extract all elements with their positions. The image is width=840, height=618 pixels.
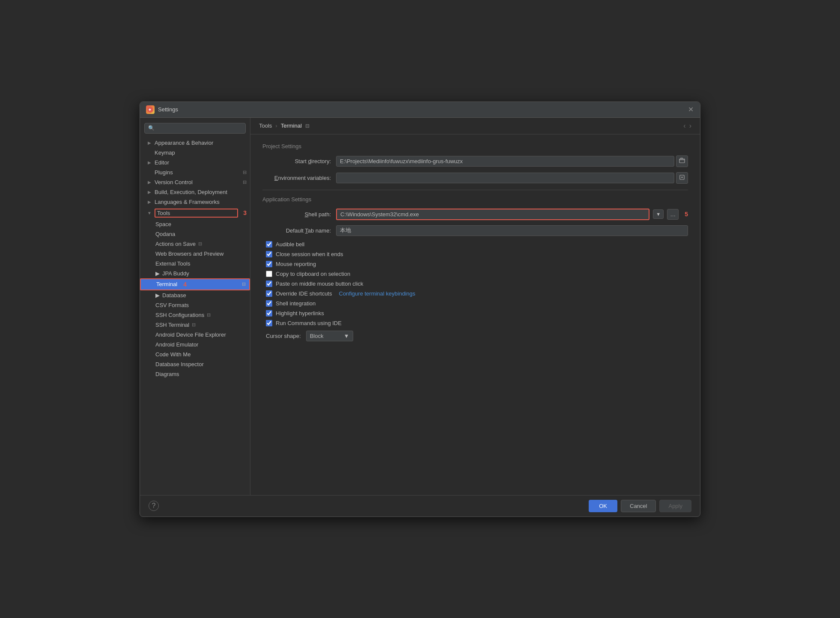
highlight-hyperlinks-checkbox[interactable] bbox=[266, 310, 272, 316]
configure-keybindings-link[interactable]: Configure terminal keybindings bbox=[339, 290, 415, 297]
search-box[interactable]: 🔍 bbox=[144, 123, 246, 134]
apply-button[interactable]: Apply bbox=[659, 500, 691, 512]
sidebar-item-label: External Tools bbox=[155, 260, 190, 267]
shell-integration-checkbox[interactable] bbox=[266, 300, 272, 307]
env-variables-label: Environment variables: bbox=[262, 175, 331, 181]
search-input[interactable] bbox=[157, 125, 242, 131]
sidebar-child-space[interactable]: Space bbox=[140, 219, 250, 229]
chevron-right-icon: ▶ bbox=[147, 140, 152, 145]
env-variables-input-group bbox=[336, 172, 688, 184]
chevron-down-icon: ▼ bbox=[147, 211, 152, 215]
sidebar-item-appearance[interactable]: ▶ Appearance & Behavior bbox=[140, 138, 250, 148]
breadcrumb-separator: › bbox=[275, 122, 277, 129]
sidebar-child-code-with-me[interactable]: Code With Me bbox=[140, 349, 250, 359]
project-settings-title: Project Settings bbox=[262, 143, 688, 149]
sidebar-child-jpa-buddy[interactable]: ▶ JPA Buddy bbox=[140, 269, 250, 278]
close-session-row: Close session when it ends bbox=[262, 251, 688, 257]
sidebar-child-qodana[interactable]: Qodana bbox=[140, 229, 250, 239]
shell-path-input[interactable] bbox=[336, 209, 649, 220]
sidebar-child-ssh-terminal[interactable]: SSH Terminal ⊟ bbox=[140, 320, 250, 330]
default-tab-name-input[interactable] bbox=[336, 225, 688, 236]
sidebar-child-csv-formats[interactable]: CSV Formats bbox=[140, 300, 250, 310]
chevron-right-icon: ▶ bbox=[155, 292, 160, 299]
close-button[interactable]: ✕ bbox=[687, 106, 694, 113]
shell-path-label: Shell path: bbox=[262, 211, 331, 218]
sidebar-item-editor[interactable]: ▶ Editor bbox=[140, 158, 250, 167]
nav-forward-button[interactable]: › bbox=[689, 122, 691, 130]
sidebar-child-database[interactable]: ▶ Database bbox=[140, 290, 250, 300]
sidebar-child-web-browsers[interactable]: Web Browsers and Preview bbox=[140, 249, 250, 259]
sidebar-child-diagrams[interactable]: Diagrams bbox=[140, 369, 250, 379]
sidebar-item-label: Build, Execution, Deployment bbox=[155, 189, 247, 195]
start-directory-label: Start directory: bbox=[262, 158, 331, 164]
breadcrumb-parent[interactable]: Tools bbox=[259, 122, 272, 129]
paste-middle-checkbox[interactable] bbox=[266, 281, 272, 287]
sidebar-child-android-device[interactable]: Android Device File Explorer bbox=[140, 330, 250, 340]
chevron-right-icon: ▶ bbox=[147, 200, 152, 204]
sidebar-child-actions-on-save[interactable]: Actions on Save ⊟ bbox=[140, 239, 250, 249]
sidebar-child-android-emulator[interactable]: Android Emulator bbox=[140, 340, 250, 349]
app-settings-title: Application Settings bbox=[262, 196, 688, 203]
override-shortcuts-checkbox[interactable] bbox=[266, 290, 272, 297]
copy-to-clipboard-checkbox[interactable] bbox=[266, 271, 272, 277]
env-variables-input[interactable] bbox=[336, 173, 674, 183]
chevron-right-icon: ▶ bbox=[155, 270, 160, 277]
sidebar-item-build[interactable]: ▶ Build, Execution, Deployment bbox=[140, 187, 250, 197]
app-icon bbox=[146, 105, 155, 114]
ok-button[interactable]: OK bbox=[589, 500, 617, 512]
sidebar-item-label: Database bbox=[162, 292, 186, 299]
nav-back-button[interactable]: ‹ bbox=[683, 122, 685, 130]
sidebar-item-label: Database Inspector bbox=[155, 361, 204, 367]
sidebar-item-label: Version Control bbox=[155, 179, 240, 185]
run-commands-checkbox[interactable] bbox=[266, 320, 272, 326]
audible-bell-checkbox[interactable] bbox=[266, 241, 272, 248]
help-button[interactable]: ? bbox=[149, 501, 159, 511]
close-session-checkbox[interactable] bbox=[266, 251, 272, 257]
sidebar-item-label: Web Browsers and Preview bbox=[155, 251, 223, 257]
shell-path-browse-button[interactable]: … bbox=[667, 209, 679, 220]
sidebar-child-database-inspector[interactable]: Database Inspector bbox=[140, 359, 250, 369]
shell-path-row: Shell path: ▼ … 5 bbox=[262, 209, 688, 220]
content-area: Project Settings Start directory: bbox=[250, 134, 700, 495]
start-directory-input[interactable] bbox=[336, 156, 674, 167]
env-variables-row: Environment variables: bbox=[262, 172, 688, 184]
override-shortcuts-row: Override IDE shortcuts Configure termina… bbox=[262, 290, 688, 297]
sidebar-item-version-control[interactable]: ▶ Version Control ⊟ bbox=[140, 177, 250, 187]
step-number: 3 bbox=[243, 209, 247, 216]
help-icon: ? bbox=[152, 502, 156, 510]
cursor-shape-row: Cursor shape: Block ▼ bbox=[262, 331, 688, 341]
sidebar-item-languages[interactable]: ▶ Languages & Frameworks bbox=[140, 197, 250, 207]
start-directory-row: Start directory: bbox=[262, 155, 688, 167]
cursor-shape-dropdown-icon: ▼ bbox=[344, 333, 349, 339]
sidebar-item-label: Android Device File Explorer bbox=[155, 331, 226, 338]
sidebar-item-keymap[interactable]: Keymap bbox=[140, 148, 250, 158]
audible-bell-row: Audible bell bbox=[262, 241, 688, 248]
tab-icon: ⊟ bbox=[243, 170, 247, 175]
sidebar-child-external-tools[interactable]: External Tools bbox=[140, 259, 250, 269]
env-variables-browse-button[interactable] bbox=[676, 172, 688, 184]
tab-icon: ⊟ bbox=[192, 322, 196, 328]
sidebar-child-ssh-configurations[interactable]: SSH Configurations ⊟ bbox=[140, 310, 250, 320]
mouse-reporting-row: Mouse reporting bbox=[262, 261, 688, 267]
sidebar-item-plugins[interactable]: Plugins ⊟ bbox=[140, 167, 250, 177]
tab-settings-icon: ⊟ bbox=[305, 123, 310, 129]
cursor-shape-select[interactable]: Block ▼ bbox=[306, 331, 353, 341]
sidebar-item-label: CSV Formats bbox=[155, 302, 189, 308]
cursor-shape-label: Cursor shape: bbox=[266, 333, 301, 339]
run-commands-label: Run Commands using IDE bbox=[276, 320, 342, 326]
default-tab-name-label: Default Tab name: bbox=[262, 227, 331, 234]
run-commands-row: Run Commands using IDE bbox=[262, 320, 688, 326]
sidebar-child-terminal[interactable]: Terminal 4 ⊟ bbox=[140, 278, 250, 290]
audible-bell-label: Audible bell bbox=[276, 241, 304, 248]
sidebar-item-label: Editor bbox=[155, 159, 247, 166]
mouse-reporting-checkbox[interactable] bbox=[266, 261, 272, 267]
tab-icon: ⊟ bbox=[207, 312, 211, 318]
nav-arrows: ‹ › bbox=[683, 122, 691, 130]
copy-to-clipboard-label: Copy to clipboard on selection bbox=[276, 271, 350, 277]
start-directory-browse-button[interactable] bbox=[676, 155, 688, 167]
sidebar-item-label: SSH Terminal bbox=[155, 322, 189, 328]
sidebar-item-label: Appearance & Behavior bbox=[155, 140, 247, 146]
sidebar-item-tools[interactable]: ▼ Tools 3 bbox=[140, 207, 250, 219]
shell-path-dropdown-button[interactable]: ▼ bbox=[653, 209, 664, 219]
cancel-button[interactable]: Cancel bbox=[621, 500, 656, 512]
